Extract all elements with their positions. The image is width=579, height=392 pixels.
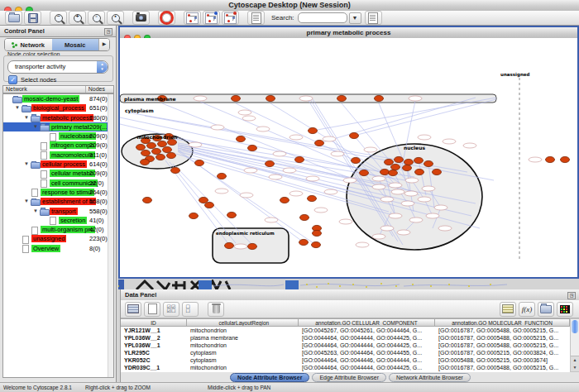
graph-node-orange[interactable] — [299, 239, 309, 245]
merge-networks-button[interactable] — [203, 11, 220, 25]
graph-node-label[interactable] — [389, 183, 402, 188]
graph-node-orange[interactable] — [350, 132, 359, 138]
graph-node-orange[interactable] — [232, 95, 241, 101]
graph-node-label[interactable] — [244, 168, 257, 173]
graph-node-label[interactable] — [323, 136, 336, 141]
graph-node-orange[interactable] — [395, 156, 404, 162]
graph-node-orange[interactable] — [248, 243, 257, 249]
tree-row-label[interactable]: establishment of lo — [41, 198, 96, 205]
graph-node-orange[interactable] — [218, 173, 227, 179]
graph-node-label[interactable] — [269, 174, 282, 179]
import-table-button[interactable] — [538, 302, 554, 317]
graph-node-orange[interactable] — [424, 160, 433, 166]
tree-row-label[interactable]: multi-organism pro — [41, 226, 95, 233]
graph-node-label[interactable] — [405, 178, 419, 183]
tree-row[interactable]: ▼establishment of lo558(0) — [3, 197, 113, 206]
formula-builder-button[interactable]: f(x) — [519, 302, 535, 317]
graph-node-orange[interactable] — [266, 95, 275, 101]
graph-node-label[interactable] — [211, 125, 224, 130]
tree-row-label[interactable]: response to stimul — [41, 189, 94, 196]
graph-node-orange[interactable] — [415, 169, 424, 174]
graph-node-orange[interactable] — [414, 157, 423, 163]
graph-node-orange[interactable] — [143, 197, 152, 203]
graph-node-label[interactable] — [426, 213, 439, 218]
graph-node-label[interactable] — [422, 186, 435, 191]
select-attributes-button[interactable]: ☑☑☑☐ — [163, 302, 179, 317]
table-column-header[interactable]: ID — [121, 318, 187, 327]
table-row[interactable]: YPL036W__2plasma membrane[GO:0044464, GO… — [121, 334, 570, 342]
main-title-bar[interactable]: Cytoscape Desktop (New Session) — [0, 0, 579, 12]
tree-row[interactable]: ▼biological_process651(0) — [3, 103, 113, 112]
tree-row[interactable]: cell communicat22(0) — [3, 179, 113, 188]
graph-node-label[interactable] — [372, 184, 385, 189]
graph-node-label[interactable] — [434, 205, 447, 210]
graph-node-label[interactable] — [389, 213, 402, 218]
graph-node-label[interactable] — [438, 226, 452, 231]
network-window-title-bar[interactable]: primary metabolic process — [120, 27, 577, 39]
graph-node-orange[interactable] — [136, 144, 146, 150]
graph-node-label[interactable] — [372, 176, 385, 181]
search-dropdown-button[interactable]: ▼ — [349, 12, 361, 24]
graph-node-orange[interactable] — [141, 150, 151, 155]
graph-node-label[interactable] — [356, 242, 369, 247]
tree-row[interactable]: ▼cellular process614(0) — [3, 160, 113, 169]
graph-node-orange[interactable] — [189, 213, 199, 218]
help-button[interactable] — [158, 11, 175, 25]
graph-node-orange[interactable] — [308, 195, 317, 201]
graph-node-label[interactable] — [418, 135, 431, 140]
tree-row[interactable]: nitrogen compo209(0) — [3, 141, 113, 150]
open-session-button[interactable] — [5, 11, 22, 25]
float-panel-icon[interactable]: ◳ — [104, 28, 112, 36]
zoom-selected-button[interactable]: ▪ — [107, 11, 124, 25]
table-row[interactable]: YPL036W__1mitochondrion[GO:0044464, GO:0… — [121, 342, 570, 349]
tree-row[interactable]: secretion41(0) — [3, 216, 113, 225]
tree-scrollbar[interactable] — [108, 94, 113, 377]
tree-row-label[interactable]: transport — [50, 208, 78, 215]
manage-networks-button[interactable] — [184, 11, 201, 25]
compare-networks-button[interactable] — [222, 11, 239, 25]
browser-tab-node[interactable]: Node Attribute Browser — [230, 373, 309, 382]
graph-node-label[interactable] — [290, 191, 303, 196]
graph-node-orange[interactable] — [295, 156, 304, 162]
graph-node-orange[interactable] — [375, 95, 384, 101]
zoom-in-button[interactable]: + — [69, 11, 86, 25]
browser-tab-edge[interactable]: Edge Attribute Browser — [312, 373, 386, 382]
graph-node-label[interactable] — [265, 218, 278, 222]
scrollbar-arrows[interactable]: ▲▼ — [571, 356, 579, 371]
new-attribute-button[interactable] — [144, 302, 160, 317]
table-column-header[interactable]: annotation.GO CELLULAR_COMPONENT — [299, 318, 435, 327]
table-row[interactable]: YKR052Ccytoplasm[GO:0044464, GO:0044446,… — [121, 356, 570, 364]
graph-node-orange[interactable] — [199, 197, 208, 203]
graph-node-orange[interactable] — [360, 170, 369, 175]
graph-node-orange[interactable] — [266, 160, 275, 166]
tree-row-label[interactable]: metabolic process — [41, 114, 93, 122]
tree-row[interactable]: mosaic-demo-yeast874(0) — [3, 94, 113, 103]
graph-node-label[interactable] — [339, 219, 352, 224]
graph-node-orange[interactable] — [380, 169, 390, 174]
graph-node-orange[interactable] — [385, 159, 394, 165]
graph-node-label[interactable] — [290, 135, 303, 140]
store-table-button[interactable] — [500, 302, 516, 317]
graph-node-label[interactable] — [299, 96, 313, 101]
tree-row-label[interactable]: Overview — [31, 245, 60, 252]
graph-node-label[interactable] — [283, 168, 296, 173]
graph-node-label[interactable] — [306, 176, 319, 181]
graph-node-label[interactable] — [391, 189, 404, 194]
table-scrollbar[interactable]: ▲▼ — [570, 318, 579, 372]
network-canvas[interactable]: plasma membranecytoplasmmitochondrionnuc… — [120, 38, 577, 277]
tree-row-label[interactable]: biological_process — [31, 104, 86, 112]
graph-node-label[interactable] — [401, 201, 414, 206]
tree-row-label[interactable]: macromolecule — [50, 151, 95, 159]
graph-node-label[interactable] — [215, 189, 228, 194]
graph-node-orange[interactable] — [309, 127, 318, 133]
graph-node-orange[interactable] — [391, 164, 400, 170]
graph-node-orange[interactable] — [147, 142, 156, 148]
tree-row[interactable]: nucleobase-209(0) — [3, 131, 113, 141]
tree-row-label[interactable]: cellular metabo — [50, 170, 95, 177]
graph-edge[interactable] — [236, 103, 393, 179]
unselect-attributes-button[interactable]: ☐☐ — [182, 302, 199, 317]
graph-node-orange[interactable] — [561, 156, 570, 162]
graph-node-orange[interactable] — [433, 169, 442, 174]
graph-node-label[interactable] — [463, 143, 476, 148]
graph-node-orange[interactable] — [195, 160, 204, 165]
